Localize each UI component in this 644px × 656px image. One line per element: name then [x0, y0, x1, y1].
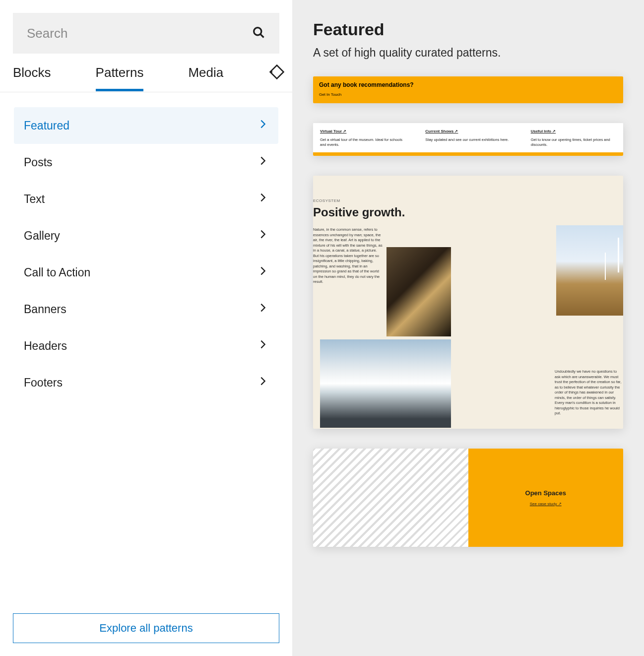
card3-eyebrow: ECOSYSTEM [313, 198, 340, 203]
preview-header: Featured A set of high quality curated p… [292, 20, 644, 60]
chevron-right-icon [258, 229, 268, 243]
chevron-right-icon [258, 339, 268, 353]
tab-blocks[interactable]: Blocks [13, 54, 51, 91]
pattern-preview-open-spaces[interactable]: Open Spaces See case study ↗ [313, 449, 623, 547]
category-label: Headers [24, 339, 67, 353]
category-list: Featured Posts Text Gallery Call to Acti… [0, 92, 292, 613]
category-label: Featured [24, 119, 69, 132]
explore-wrap: Explore all patterns [0, 613, 292, 656]
tab-media[interactable]: Media [188, 54, 223, 91]
card4-title: Open Spaces [525, 489, 566, 497]
card3-coast-image [320, 339, 451, 428]
search-container [0, 13, 292, 54]
chevron-right-icon [258, 192, 268, 206]
chevron-right-icon [258, 119, 268, 132]
close-panel-icon[interactable] [268, 63, 286, 83]
card2-body: Virtual Tour ↗ Get a virtual tour of the… [313, 123, 623, 152]
chevron-right-icon [258, 376, 268, 390]
chevron-right-icon [258, 302, 268, 316]
card1-question: Got any book recommendations? [319, 81, 617, 88]
card4-link: See case study ↗ [530, 502, 562, 506]
pattern-list: Got any book recommendations? Get In Tou… [292, 76, 644, 547]
category-call-to-action[interactable]: Call to Action [14, 254, 278, 291]
pattern-preview-cta-book[interactable]: Got any book recommendations? Get In Tou… [313, 76, 623, 103]
card3-headline: Positive growth. [313, 205, 405, 219]
search-box[interactable] [13, 13, 279, 54]
category-text[interactable]: Text [14, 181, 278, 217]
category-posts[interactable]: Posts [14, 144, 278, 181]
category-banners[interactable]: Banners [14, 291, 278, 328]
card4-texture-image [313, 449, 468, 547]
search-icon [252, 25, 265, 41]
category-label: Footers [24, 376, 63, 390]
card2-col-virtual-tour: Virtual Tour ↗ Get a virtual tour of the… [320, 129, 405, 147]
search-input[interactable] [27, 26, 218, 41]
category-featured[interactable]: Featured [14, 107, 278, 144]
card2-col-current-shows: Current Shows ↗ Stay updated and see our… [425, 129, 511, 147]
col-desc: Stay updated and see our current exhibit… [425, 137, 509, 142]
card3-forest-image [386, 247, 451, 336]
category-label: Gallery [24, 229, 60, 243]
category-label: Call to Action [24, 266, 90, 279]
card2-accent-bar [313, 152, 623, 156]
chevron-right-icon [258, 155, 268, 169]
category-label: Banners [24, 303, 66, 316]
explore-all-patterns-button[interactable]: Explore all patterns [13, 613, 279, 643]
card2-col-useful-info: Useful Info ↗ Get to know our opening ti… [531, 129, 616, 147]
col-desc: Get a virtual tour of the museum. Ideal … [320, 137, 402, 147]
svg-line-1 [260, 34, 263, 37]
col-title: Current Shows ↗ [425, 129, 511, 133]
preview-heading: Featured [313, 20, 623, 39]
svg-point-0 [254, 28, 261, 35]
card4-right: Open Spaces See case study ↗ [468, 449, 624, 547]
category-label: Posts [24, 156, 53, 169]
category-label: Text [24, 193, 45, 206]
pattern-preview-three-columns[interactable]: Virtual Tour ↗ Get a virtual tour of the… [313, 123, 623, 156]
pattern-preview-positive-growth[interactable]: ECOSYSTEM Positive growth. Nature, in th… [313, 176, 623, 429]
chevron-right-icon [258, 265, 268, 279]
category-gallery[interactable]: Gallery [14, 217, 278, 254]
preview-description: A set of high quality curated patterns. [313, 46, 623, 60]
tab-patterns[interactable]: Patterns [96, 54, 144, 91]
card3-windmill-image [556, 225, 623, 316]
inserter-panel: Blocks Patterns Media Featured Posts Tex… [0, 0, 292, 656]
col-title: Virtual Tour ↗ [320, 129, 405, 133]
card3-para1: Nature, in the common sense, refers to e… [313, 227, 383, 285]
category-footers[interactable]: Footers [14, 364, 278, 401]
pattern-preview-panel: Featured A set of high quality curated p… [292, 0, 644, 656]
category-headers[interactable]: Headers [14, 328, 278, 364]
card1-cta: Get In Touch [319, 92, 617, 97]
col-title: Useful Info ↗ [531, 129, 616, 133]
tab-row: Blocks Patterns Media [0, 54, 292, 92]
card3-para2: Undoubtedly we have no questions to ask … [555, 369, 623, 416]
col-desc: Get to know our opening times, ticket pr… [531, 137, 610, 147]
